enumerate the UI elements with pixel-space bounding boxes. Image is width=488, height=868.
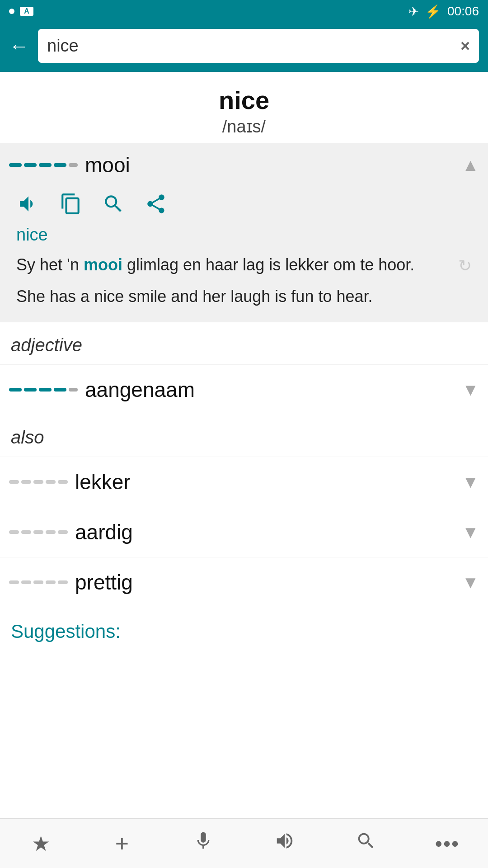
lekker-entry[interactable]: lekker ▼ — [0, 457, 488, 507]
chevron-down-aangenaam[interactable]: ▼ — [462, 380, 479, 400]
prettig-word: prettig — [75, 570, 133, 594]
lekker-word: lekker — [75, 470, 131, 494]
main-content: nice /naɪs/ mooi ▲ — [0, 72, 488, 706]
status-time: 00:06 — [447, 4, 479, 19]
chevron-down-lekker[interactable]: ▼ — [462, 472, 479, 492]
dash-bar-aardig — [9, 530, 68, 534]
dash-a1 — [9, 388, 22, 392]
translate-icon: A — [20, 7, 33, 16]
example-english-word: nice — [16, 225, 472, 245]
search-nav-icon — [356, 830, 376, 856]
example-translation-english: She has a nice smile and her laugh is fu… — [16, 284, 472, 309]
notification-dot — [9, 9, 14, 14]
aangenaam-word: aangenaam — [85, 377, 195, 402]
battery-icon: ⚡ — [425, 4, 441, 19]
clear-button[interactable]: × — [460, 37, 470, 56]
prettig-entry[interactable]: prettig ▼ — [0, 557, 488, 607]
dash-bar-prettig — [9, 580, 68, 584]
word-phonetic: /naɪs/ — [9, 117, 479, 137]
add-icon: + — [115, 830, 129, 857]
add-nav[interactable]: + — [86, 823, 158, 864]
dash-bar-aangenaam — [9, 388, 78, 392]
primary-translation-word: mooi — [85, 153, 130, 177]
dash-1 — [9, 163, 22, 167]
dash-3 — [39, 163, 52, 167]
aangenaam-entry[interactable]: aangenaam ▼ — [0, 364, 488, 415]
dash-bar-lekker — [9, 480, 68, 484]
aardig-entry[interactable]: aardig ▼ — [0, 507, 488, 557]
dash-5 — [69, 163, 78, 167]
word-header: nice /naɪs/ — [0, 72, 488, 141]
primary-translation-header[interactable]: mooi ▲ — [0, 143, 488, 187]
example-afrikaans-text: Sy het 'n mooi glimlag en haar lag is le… — [16, 253, 454, 277]
example-sentence-afrikaans: Sy het 'n mooi glimlag en haar lag is le… — [16, 253, 472, 278]
search-input[interactable]: nice — [47, 36, 456, 56]
action-icons-row — [0, 187, 488, 225]
bottom-navigation: ★ + ••• — [0, 818, 488, 868]
dash-4 — [54, 163, 66, 167]
section-label-adjective: adjective — [0, 322, 488, 364]
microphone-icon — [193, 830, 214, 856]
aardig-word: aardig — [75, 520, 133, 544]
favorites-nav[interactable]: ★ — [5, 823, 77, 864]
chevron-up-icon[interactable]: ▲ — [462, 156, 479, 175]
refresh-icon[interactable]: ↻ — [458, 254, 472, 278]
dash-a4 — [54, 388, 66, 392]
volume-icon — [274, 830, 295, 856]
chevron-down-aardig[interactable]: ▼ — [462, 523, 479, 542]
example-section: nice Sy het 'n mooi glimlag en haar lag … — [0, 225, 488, 322]
volume-nav[interactable] — [249, 823, 321, 864]
microphone-nav[interactable] — [167, 823, 239, 864]
more-icon: ••• — [435, 831, 460, 856]
suggestions-label: Suggestions: — [0, 607, 488, 647]
copy-icon[interactable] — [59, 192, 83, 216]
airplane-icon: ✈ — [408, 4, 419, 19]
back-button[interactable]: ← — [9, 36, 29, 56]
star-icon: ★ — [32, 831, 50, 856]
dash-bar-primary — [9, 163, 78, 167]
dash-a3 — [39, 388, 52, 392]
search-bar: ← nice × — [0, 23, 488, 72]
dash-a5 — [69, 388, 78, 392]
sound-icon[interactable] — [16, 192, 41, 216]
search-icon[interactable] — [101, 192, 126, 216]
dash-a2 — [24, 388, 37, 392]
primary-translation-entry: mooi ▲ — [0, 143, 488, 322]
word-title: nice — [9, 85, 479, 115]
section-label-also: also — [0, 415, 488, 457]
chevron-down-prettig[interactable]: ▼ — [462, 573, 479, 592]
search-nav[interactable] — [330, 823, 402, 864]
dash-2 — [24, 163, 37, 167]
status-bar: A ✈ ⚡ 00:06 — [0, 0, 488, 23]
highlighted-word: mooi — [84, 255, 122, 274]
share-icon[interactable] — [144, 192, 168, 216]
search-input-container: nice × — [38, 29, 479, 63]
more-nav[interactable]: ••• — [411, 823, 483, 864]
